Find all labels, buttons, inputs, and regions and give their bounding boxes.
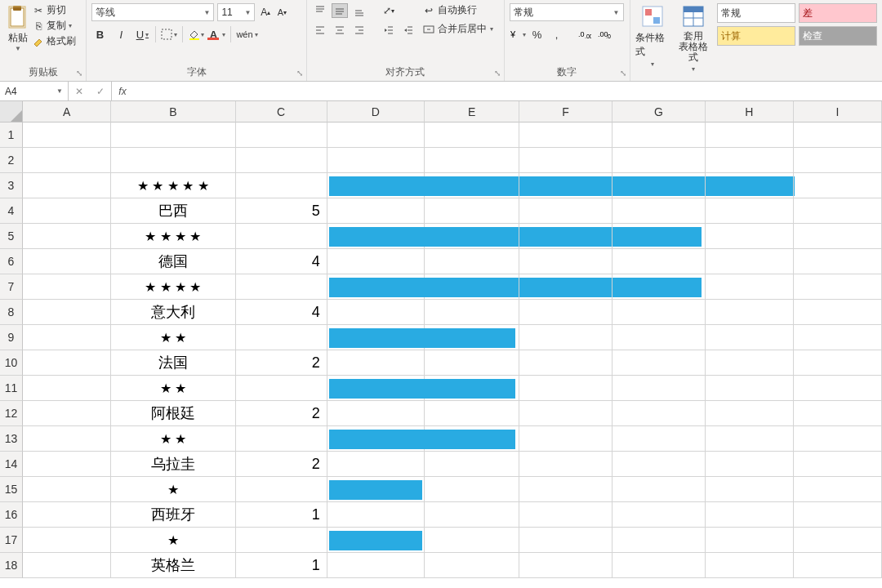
cell[interactable] bbox=[425, 376, 519, 401]
cell[interactable]: 西班牙 bbox=[111, 502, 235, 528]
font-dialog-launcher[interactable]: ⤡ bbox=[296, 69, 303, 78]
cell[interactable] bbox=[519, 528, 612, 553]
cell[interactable] bbox=[519, 350, 612, 376]
alignment-dialog-launcher[interactable]: ⤡ bbox=[494, 69, 501, 78]
cell[interactable] bbox=[612, 350, 706, 376]
row-header-1[interactable]: 1 bbox=[0, 122, 23, 148]
cell[interactable] bbox=[706, 553, 794, 578]
row-header-12[interactable]: 12 bbox=[0, 401, 23, 426]
cell[interactable] bbox=[612, 401, 706, 426]
fill-color-button[interactable]: ▾ bbox=[188, 26, 204, 42]
cancel-formula-button[interactable]: ✕ bbox=[69, 86, 90, 97]
comma-button[interactable]: , bbox=[549, 26, 565, 42]
cell[interactable] bbox=[23, 350, 111, 376]
cell[interactable]: 法国 bbox=[111, 350, 235, 376]
cell[interactable] bbox=[794, 173, 882, 198]
cell[interactable] bbox=[23, 198, 111, 224]
underline-button[interactable]: U▾ bbox=[134, 26, 150, 42]
cell[interactable] bbox=[111, 148, 235, 173]
align-middle-button[interactable] bbox=[332, 3, 348, 18]
cell[interactable] bbox=[706, 528, 794, 553]
increase-font-button[interactable]: A▴ bbox=[258, 5, 273, 20]
number-dialog-launcher[interactable]: ⤡ bbox=[620, 69, 626, 78]
row-header-10[interactable]: 10 bbox=[0, 350, 23, 376]
col-header-A[interactable]: A bbox=[23, 101, 111, 122]
cell[interactable] bbox=[23, 224, 111, 249]
formula-input[interactable] bbox=[133, 82, 882, 100]
cell[interactable] bbox=[23, 173, 111, 198]
cut-button[interactable]: ✂ 剪切 bbox=[33, 3, 76, 17]
align-left-button[interactable] bbox=[312, 23, 328, 38]
col-header-D[interactable]: D bbox=[327, 101, 425, 122]
cell[interactable] bbox=[327, 198, 425, 224]
cell[interactable] bbox=[612, 198, 706, 224]
cell[interactable] bbox=[425, 249, 519, 274]
cell[interactable] bbox=[794, 325, 882, 350]
cell[interactable] bbox=[706, 502, 794, 528]
cell-styles-gallery[interactable]: 常规 差 计算 检查 bbox=[717, 3, 877, 46]
row-header-2[interactable]: 2 bbox=[0, 148, 23, 173]
font-name-combo[interactable]: 等线 ▼ bbox=[91, 3, 214, 21]
cell[interactable] bbox=[519, 452, 612, 477]
cell[interactable]: 英格兰 bbox=[111, 553, 235, 578]
cell[interactable]: ★ ★ bbox=[111, 325, 235, 350]
cell[interactable] bbox=[519, 173, 612, 198]
cell[interactable] bbox=[706, 224, 794, 249]
decrease-font-button[interactable]: A▾ bbox=[274, 5, 289, 20]
cell[interactable] bbox=[612, 173, 706, 198]
cell[interactable] bbox=[327, 173, 425, 198]
decrease-indent-button[interactable] bbox=[381, 23, 397, 38]
cell[interactable]: 2 bbox=[236, 401, 327, 426]
cell[interactable] bbox=[236, 122, 327, 148]
style-normal[interactable]: 常规 bbox=[717, 3, 795, 23]
cell[interactable] bbox=[425, 198, 519, 224]
cell[interactable] bbox=[236, 528, 327, 553]
cell[interactable] bbox=[519, 274, 612, 300]
cell[interactable] bbox=[23, 528, 111, 553]
cell[interactable] bbox=[23, 148, 111, 173]
cell[interactable]: ★ bbox=[111, 528, 235, 553]
cell[interactable] bbox=[706, 122, 794, 148]
cell[interactable]: 4 bbox=[236, 300, 327, 325]
cell[interactable] bbox=[425, 325, 519, 350]
cell[interactable]: 意大利 bbox=[111, 300, 235, 325]
cell[interactable] bbox=[706, 376, 794, 401]
cell[interactable] bbox=[425, 224, 519, 249]
cell[interactable] bbox=[519, 224, 612, 249]
cell[interactable] bbox=[425, 477, 519, 502]
cell[interactable]: 德国 bbox=[111, 249, 235, 274]
orientation-button[interactable]: ⤢▾ bbox=[381, 3, 397, 18]
cell[interactable] bbox=[327, 122, 425, 148]
select-all-corner[interactable] bbox=[0, 101, 23, 122]
cell[interactable] bbox=[612, 376, 706, 401]
cell[interactable] bbox=[425, 553, 519, 578]
cell[interactable] bbox=[327, 325, 425, 350]
cell[interactable] bbox=[612, 528, 706, 553]
cell[interactable] bbox=[706, 173, 794, 198]
accounting-format-button[interactable]: ¥▾ bbox=[510, 26, 526, 42]
cell[interactable] bbox=[794, 148, 882, 173]
number-format-combo[interactable]: 常规 ▼ bbox=[510, 3, 624, 21]
row-header-5[interactable]: 5 bbox=[0, 224, 23, 249]
cell[interactable] bbox=[794, 350, 882, 376]
cell[interactable]: 5 bbox=[236, 198, 327, 224]
cell[interactable] bbox=[425, 502, 519, 528]
style-check[interactable]: 检查 bbox=[799, 26, 877, 46]
cell[interactable] bbox=[23, 274, 111, 300]
cell[interactable] bbox=[327, 528, 425, 553]
cell[interactable] bbox=[327, 452, 425, 477]
cell[interactable] bbox=[425, 300, 519, 325]
cell[interactable] bbox=[794, 198, 882, 224]
cell[interactable] bbox=[519, 553, 612, 578]
cell[interactable] bbox=[236, 477, 327, 502]
cell[interactable] bbox=[425, 173, 519, 198]
align-right-button[interactable] bbox=[351, 23, 368, 38]
cell[interactable] bbox=[794, 528, 882, 553]
cell[interactable] bbox=[327, 300, 425, 325]
cell[interactable]: 阿根廷 bbox=[111, 401, 235, 426]
cell[interactable] bbox=[327, 249, 425, 274]
cell[interactable] bbox=[236, 148, 327, 173]
col-header-G[interactable]: G bbox=[612, 101, 706, 122]
cell[interactable] bbox=[23, 122, 111, 148]
cell[interactable]: ★ ★ bbox=[111, 376, 235, 401]
